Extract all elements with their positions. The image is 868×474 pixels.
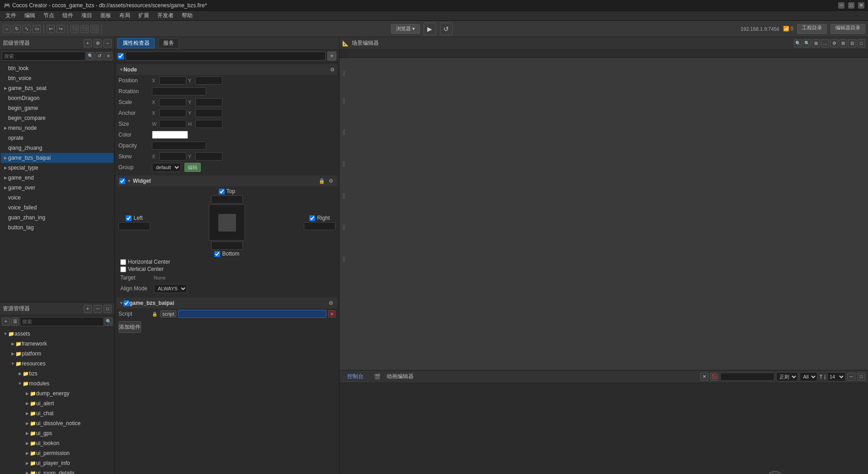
- asset-add-button[interactable]: +: [84, 305, 92, 313]
- refresh-button[interactable]: ↺: [440, 23, 453, 35]
- node-settings-icon[interactable]: ⚙: [330, 67, 335, 73]
- anchor-x-input[interactable]: 0.5: [159, 109, 186, 117]
- script-settings-icon[interactable]: ⚙: [327, 299, 335, 307]
- tab-service[interactable]: 服务: [158, 38, 179, 48]
- asset-search-input[interactable]: [20, 317, 104, 326]
- asset-item-ui-permission[interactable]: ▶ 📁 ui_permission: [1, 448, 113, 458]
- script-section-header[interactable]: ▼ game_bzs_baipai ⚙: [117, 298, 337, 308]
- scale-x-input[interactable]: 1: [159, 98, 186, 106]
- bottom-expand-button[interactable]: □: [857, 373, 865, 381]
- group-select[interactable]: default: [152, 163, 181, 172]
- add-component-button[interactable]: 添加组件: [118, 321, 141, 333]
- bottom-checkbox[interactable]: [214, 251, 220, 257]
- rect-tool-button[interactable]: ▭: [33, 25, 41, 33]
- cocos-btn3[interactable]: ⬛: [90, 25, 99, 33]
- tree-item-begin-game[interactable]: begin_game: [1, 103, 113, 113]
- widget-section-header[interactable]: ▼ Widget 🔒 ⚙: [117, 175, 337, 186]
- widget-settings-icon[interactable]: ⚙: [327, 177, 335, 185]
- console-level-filter[interactable]: All: [800, 372, 817, 381]
- menu-edit[interactable]: 编辑: [21, 11, 39, 20]
- right-checkbox[interactable]: [309, 215, 315, 221]
- tree-item-button-tag[interactable]: button_tag: [1, 223, 113, 232]
- left-value-input[interactable]: 640.00px: [118, 222, 150, 230]
- scene-snap[interactable]: ⊟: [848, 39, 856, 47]
- layer-filter-icon[interactable]: ≡: [104, 52, 113, 60]
- asset-item-platform[interactable]: ▶ 📁 platform: [1, 349, 113, 359]
- play-button[interactable]: ▶: [424, 23, 436, 35]
- asset-item-dump-energy[interactable]: ▶ 📁 dump_energy: [1, 389, 113, 398]
- bottom-value-input[interactable]: 360.00px: [211, 242, 243, 250]
- menu-project[interactable]: 项目: [78, 11, 96, 20]
- menu-developer[interactable]: 开发者: [154, 11, 177, 20]
- console-clear-button[interactable]: ✕: [700, 373, 708, 381]
- vertical-center-checkbox[interactable]: [120, 266, 126, 272]
- tree-item-btn-voice[interactable]: btn_voice: [1, 73, 113, 83]
- scene-grid[interactable]: ⊞: [839, 39, 847, 47]
- tree-item-voice[interactable]: voice: [1, 193, 113, 203]
- position-x-input[interactable]: 0: [159, 76, 186, 85]
- asset-item-ui-gps[interactable]: ▶ 📁 ui_gps: [1, 428, 113, 438]
- tree-item-oprate[interactable]: oprate: [1, 133, 113, 143]
- move-tool-button[interactable]: ↔: [3, 25, 11, 33]
- asset-item-ui-dissolve[interactable]: ▶ 📁 ui_dissolve_notice: [1, 418, 113, 428]
- asset-item-modules[interactable]: ▼ 📁 modules: [1, 379, 113, 389]
- color-picker[interactable]: [152, 131, 188, 139]
- asset-item-ui-chat[interactable]: ▶ 📁 ui_chat: [1, 408, 113, 418]
- minimize-button[interactable]: ─: [838, 2, 844, 9]
- skew-y-input[interactable]: 0: [195, 152, 222, 161]
- size-h-input[interactable]: 0: [195, 120, 222, 128]
- menu-help[interactable]: 帮助: [178, 11, 196, 20]
- asset-expand-button[interactable]: □: [104, 305, 112, 313]
- undo-button[interactable]: ↩: [47, 25, 55, 33]
- menu-node[interactable]: 节点: [40, 11, 58, 20]
- console-filter-type[interactable]: 正则: [776, 372, 798, 381]
- asset-list-view-button[interactable]: ☰: [11, 318, 19, 326]
- layer-search-input[interactable]: [2, 52, 85, 61]
- widget-lock-icon[interactable]: 🔒: [318, 177, 326, 185]
- right-value-input[interactable]: 640.00px: [304, 222, 335, 230]
- node-add-button[interactable]: +: [327, 52, 336, 61]
- tree-item-voice-failed[interactable]: voice_failed: [1, 203, 113, 213]
- maximize-button[interactable]: □: [848, 2, 854, 9]
- skew-x-input[interactable]: 0: [159, 152, 186, 161]
- asset-search-icon[interactable]: 🔍: [104, 318, 113, 326]
- menu-extend[interactable]: 扩展: [135, 11, 153, 20]
- asset-item-ui-lookon[interactable]: ▶ 📁 ui_lookon: [1, 438, 113, 448]
- redo-button[interactable]: ↪: [57, 25, 65, 33]
- scene-zoom-in[interactable]: 🔍: [803, 39, 811, 47]
- asset-collapse-button[interactable]: ─: [94, 305, 102, 313]
- asset-item-bzs[interactable]: ▶ 📁 bzs: [1, 369, 113, 379]
- tab-property-inspector[interactable]: 属性检查器: [118, 38, 155, 48]
- cocos-btn2[interactable]: ⬛: [80, 25, 89, 33]
- left-checkbox[interactable]: [126, 215, 132, 221]
- asset-item-ui-player-info[interactable]: ▶ 📁 ui_player_info: [1, 458, 113, 468]
- tree-item-boomdragon[interactable]: boomDragon: [1, 93, 113, 103]
- scene-fit[interactable]: ⊞: [812, 39, 820, 47]
- layer-add-button[interactable]: +: [84, 39, 92, 47]
- editor-dir-button[interactable]: 编辑器目录: [830, 24, 865, 34]
- edit-group-button[interactable]: 编辑: [184, 163, 201, 172]
- tree-item-qiang-zhuang[interactable]: qiang_zhuang: [1, 143, 113, 153]
- scale-tool-button[interactable]: ⤡: [23, 25, 31, 33]
- tab-console[interactable]: 控制台: [342, 371, 368, 382]
- tree-item-begin-compare[interactable]: begin_compare: [1, 113, 113, 123]
- script-section-checkbox[interactable]: [123, 300, 129, 306]
- scene-more[interactable]: …: [821, 39, 829, 47]
- node-section-header[interactable]: ▼ Node ⚙: [117, 64, 337, 75]
- layer-search-icon[interactable]: 🔍: [86, 52, 94, 60]
- browser-button[interactable]: 浏览器 ▾: [391, 24, 420, 34]
- size-w-input[interactable]: 0: [159, 120, 186, 128]
- top-value-input[interactable]: 360.00px: [211, 195, 243, 204]
- widget-enabled-checkbox[interactable]: [119, 178, 125, 184]
- rotation-input[interactable]: 0: [152, 87, 206, 95]
- asset-item-resources[interactable]: ▼ 📁 resources: [1, 359, 113, 369]
- close-button[interactable]: ✕: [858, 2, 864, 9]
- menu-layout[interactable]: 布局: [116, 11, 134, 20]
- position-y-input[interactable]: 0: [195, 76, 222, 85]
- tree-item-guan-zhan-ing[interactable]: guan_zhan_ing: [1, 213, 113, 223]
- anchor-y-input[interactable]: 0.5: [195, 109, 222, 117]
- asset-item-ui-room-details[interactable]: ▶ 📁 ui_room_details: [1, 468, 113, 474]
- layer-collapse-button[interactable]: ─: [104, 39, 112, 47]
- tree-item-special-type[interactable]: ▶ special_type: [1, 163, 113, 173]
- tab-animation-editor[interactable]: 动画编辑器: [382, 371, 419, 382]
